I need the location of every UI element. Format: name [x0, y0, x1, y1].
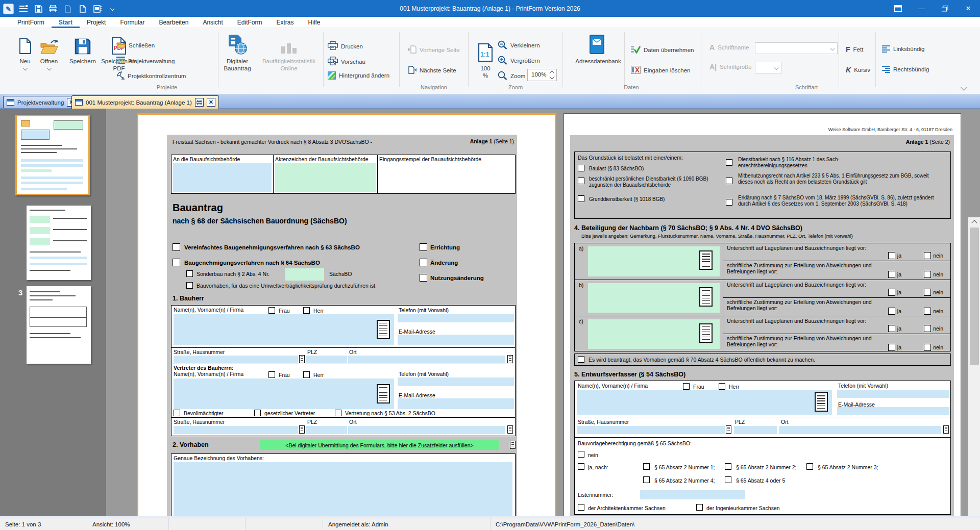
strasse-picker-icon[interactable]	[299, 355, 305, 363]
nein-checkbox[interactable]	[924, 325, 931, 332]
project-list-icon[interactable]	[18, 4, 29, 14]
new-page-icon[interactable]	[78, 4, 88, 14]
bv-ja-checkbox[interactable]	[578, 463, 584, 470]
bauherr-name-input[interactable]	[174, 314, 394, 345]
public-announcement-checkbox[interactable]	[578, 356, 584, 363]
ev-telefon-input[interactable]	[837, 390, 949, 398]
errichtung-checkbox[interactable]	[420, 243, 427, 251]
vertreter-ort-picker-icon[interactable]	[507, 425, 513, 434]
bv-option1-checkbox[interactable]	[643, 463, 650, 470]
authority-input[interactable]	[173, 163, 272, 192]
tab-close-icon[interactable]: ✕	[207, 98, 215, 107]
ev-ort-picker-icon[interactable]	[943, 425, 949, 434]
tab-projektverwaltung[interactable]: Projektverwaltung ✕	[3, 96, 79, 108]
page-thumbnail-2[interactable]	[27, 206, 91, 280]
project-management-button[interactable]: Projektverwaltung	[116, 57, 175, 65]
listennummer-input[interactable]	[640, 490, 745, 499]
align-right-button[interactable]: Rechtsbündig	[882, 66, 929, 73]
nein-checkbox[interactable]	[924, 344, 931, 351]
ja-checkbox[interactable]	[888, 289, 895, 296]
nein-checkbox[interactable]	[924, 271, 931, 278]
sonderbau-checkbox[interactable]	[186, 270, 193, 277]
close-project-button[interactable]: Schließen	[116, 41, 155, 49]
quick-access-dropdown-icon[interactable]	[107, 4, 117, 14]
aenderung-checkbox[interactable]	[420, 259, 427, 266]
bevollmaechtigter-checkbox[interactable]	[174, 410, 180, 416]
zoom-value-spinner[interactable]: 100%	[527, 69, 557, 81]
bv-option4-checkbox[interactable]	[643, 476, 650, 483]
vertreter-frau-checkbox[interactable]	[268, 371, 275, 378]
bv-nein-checkbox[interactable]	[578, 451, 584, 458]
bauherr-telefon-input[interactable]	[398, 314, 514, 322]
restore-button[interactable]	[933, 0, 957, 17]
close-button[interactable]: ✕	[957, 0, 980, 17]
ev-ort-input[interactable]	[779, 426, 941, 434]
vertreter-ort-input[interactable]	[348, 426, 505, 434]
vertreter-email-input[interactable]	[398, 398, 514, 409]
italic-button[interactable]: KKursiv	[846, 66, 870, 74]
apply-data-button[interactable]: Daten übernehmen	[631, 45, 694, 55]
proc2-checkbox[interactable]	[173, 259, 180, 266]
ja-checkbox[interactable]	[888, 271, 895, 278]
nein-checkbox[interactable]	[924, 289, 931, 296]
ja-checkbox[interactable]	[888, 252, 895, 259]
file-number-input[interactable]	[275, 163, 376, 192]
bauherr-strasse-input[interactable]	[174, 356, 298, 363]
scrollbar-thumb[interactable]	[970, 228, 979, 365]
architektenkammer-checkbox[interactable]	[578, 504, 584, 511]
vertreter-telefon-input[interactable]	[398, 377, 514, 386]
umwelt-checkbox[interactable]	[186, 282, 193, 289]
page-thumbnail-1[interactable]	[15, 115, 90, 195]
vertretung-53-checkbox[interactable]	[335, 410, 341, 416]
print-icon[interactable]	[48, 4, 58, 14]
menu-projekt[interactable]: Projekt	[80, 17, 113, 28]
herr-checkbox[interactable]	[303, 307, 310, 314]
ribbon-display-icon[interactable]	[886, 0, 910, 17]
ja-checkbox[interactable]	[888, 325, 895, 332]
dienstbarkeit-116-checkbox[interactable]	[726, 159, 732, 166]
frau-checkbox[interactable]	[268, 307, 275, 314]
nutzungsaenderung-checkbox[interactable]	[420, 274, 427, 282]
address-picker-icon[interactable]	[377, 320, 390, 339]
gesetzlicher-vertreter-checkbox[interactable]	[254, 410, 261, 416]
minimize-button[interactable]: —	[910, 0, 933, 17]
save-icon[interactable]	[33, 4, 43, 14]
vorhaben-input[interactable]	[174, 462, 512, 516]
menu-ansicht[interactable]: Ansicht	[195, 17, 230, 28]
neighbor-b-picker-icon[interactable]	[699, 287, 713, 307]
project-control-center-button[interactable]: Projektkontrollzentrum	[116, 71, 186, 81]
align-left-button[interactable]: Linksbündig	[882, 45, 924, 53]
ja-checkbox[interactable]	[888, 344, 895, 351]
ev-address-picker-icon[interactable]	[815, 392, 828, 412]
ingenieurkammer-checkbox[interactable]	[696, 504, 703, 511]
neighbor-a-picker-icon[interactable]	[699, 250, 713, 270]
nein-checkbox[interactable]	[924, 308, 931, 315]
mitbenutzungsrecht-checkbox[interactable]	[726, 178, 732, 184]
bv-option2-checkbox[interactable]	[725, 463, 731, 470]
clear-inputs-button[interactable]: Eingaben löschen	[631, 66, 690, 75]
grunddienstbarkeit-checkbox[interactable]	[578, 195, 584, 202]
save-button[interactable]: Speichern	[64, 33, 101, 65]
zoom-100-button[interactable]: 1:1 100%	[474, 40, 497, 80]
scroll-up-icon[interactable]	[968, 217, 980, 226]
next-page-button[interactable]: Nächste Seite	[408, 66, 456, 75]
vertreter-strasse-picker-icon[interactable]	[299, 425, 305, 434]
proc1-checkbox[interactable]	[173, 243, 180, 251]
bauherr-ort-input[interactable]	[348, 356, 505, 363]
print-button[interactable]: Drucken	[328, 41, 363, 51]
tab-print-icon[interactable]	[195, 98, 204, 107]
addressbook-icon[interactable]	[92, 4, 103, 14]
ort-picker-icon[interactable]	[507, 355, 513, 363]
menu-hilfe[interactable]: Hilfe	[301, 17, 328, 28]
baulast-checkbox[interactable]	[578, 165, 584, 171]
zoom-in-button[interactable]: Vergrößern	[498, 56, 540, 66]
ev-strasse-picker-icon[interactable]	[726, 425, 731, 434]
ev-herr-checkbox[interactable]	[719, 383, 725, 390]
menu-bearbeiten[interactable]: Bearbeiten	[152, 17, 195, 28]
vertreter-name-input[interactable]	[174, 378, 394, 409]
collapse-ribbon-icon[interactable]	[961, 84, 967, 91]
ev-strasse-input[interactable]	[577, 426, 725, 434]
ev-plz-input[interactable]	[734, 426, 777, 434]
open-button[interactable]: Öffnen	[36, 33, 62, 71]
vertreter-plz-input[interactable]	[306, 426, 347, 434]
